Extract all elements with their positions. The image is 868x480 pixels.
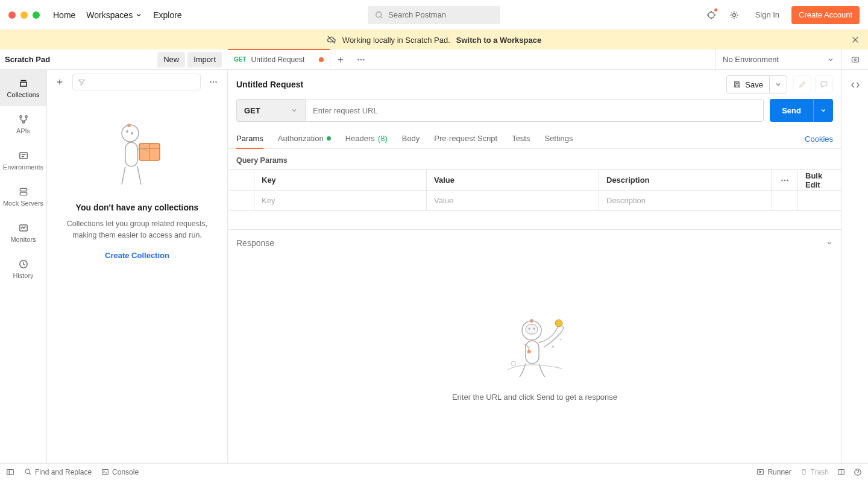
svg-rect-11 (19, 153, 27, 159)
sign-in-button[interactable]: Sign In (748, 6, 787, 24)
top-bar: Home Workspaces Explore Search Postman S… (0, 0, 868, 30)
response-header[interactable]: Response (236, 238, 833, 248)
nav-workspaces[interactable]: Workspaces (86, 10, 142, 20)
rail-monitors[interactable]: Monitors (0, 215, 46, 251)
trash-button[interactable]: Trash (800, 468, 829, 476)
import-button[interactable]: Import (187, 52, 222, 68)
bulk-edit-button[interactable]: Bulk Edit (798, 170, 841, 190)
rail-history[interactable]: History (0, 251, 46, 287)
nav-home[interactable]: Home (53, 10, 75, 20)
create-account-button[interactable]: Create Account (791, 6, 860, 24)
chevron-down-icon (826, 239, 833, 247)
tab-headers-label: Headers (345, 134, 375, 143)
help-button[interactable] (854, 468, 862, 476)
environment-quicklook[interactable] (841, 49, 868, 69)
col-description: Description (599, 170, 772, 190)
chevron-down-icon (827, 56, 834, 63)
create-new-button[interactable] (51, 73, 69, 91)
two-pane-button[interactable] (837, 468, 845, 476)
save-button[interactable]: Save (727, 80, 769, 89)
collections-icon (18, 78, 29, 89)
rail-apis[interactable]: APIs (0, 106, 46, 142)
capture-icon[interactable] (702, 6, 720, 24)
request-tabs: Params Authorization Headers (8) Body Pr… (228, 129, 841, 149)
url-input[interactable] (305, 99, 764, 122)
banner-cta[interactable]: Switch to a Workspace (456, 36, 541, 45)
console-label: Console (112, 468, 139, 476)
maximize-window[interactable] (33, 11, 40, 19)
main-nav: Home Workspaces Explore (53, 10, 182, 20)
tab-prerequest[interactable]: Pre-request Script (434, 129, 497, 149)
search-icon (375, 11, 383, 19)
response-illustration (489, 309, 580, 382)
global-search[interactable]: Search Postman (368, 6, 500, 24)
empty-title: You don't have any collections (76, 203, 199, 212)
secondary-actions (793, 75, 833, 93)
save-icon (733, 80, 741, 89)
console-icon (101, 468, 109, 476)
key-input[interactable]: Key (254, 191, 427, 210)
svg-rect-13 (20, 192, 27, 195)
method-selector[interactable]: GET (236, 99, 305, 122)
toggle-sidebar-button[interactable] (6, 468, 14, 476)
code-icon (851, 80, 860, 90)
svg-point-33 (529, 328, 530, 330)
code-snippet-button[interactable] (846, 76, 864, 94)
filter-input[interactable] (72, 74, 201, 90)
sidebar-options[interactable] (204, 73, 222, 91)
chevron-down-icon (820, 107, 827, 114)
col-options[interactable] (772, 170, 798, 190)
new-button[interactable]: New (157, 52, 185, 68)
tab-settings[interactable]: Settings (544, 129, 573, 149)
console-button[interactable]: Console (101, 468, 139, 476)
tab-authorization[interactable]: Authorization (278, 129, 331, 149)
more-horizontal-icon (209, 77, 218, 87)
minimize-window[interactable] (20, 11, 28, 19)
rail-mock-servers[interactable]: Mock Servers (0, 178, 46, 215)
request-area: Untitled Request Save (228, 70, 841, 463)
rail-environments[interactable]: Environments (0, 142, 46, 178)
save-label: Save (745, 80, 763, 89)
svg-rect-32 (526, 324, 538, 334)
description-input[interactable]: Description (599, 191, 772, 210)
col-value: Value (427, 170, 599, 190)
edit-button[interactable] (793, 75, 811, 93)
runner-button[interactable]: Runner (756, 468, 791, 476)
rail-mock-label: Mock Servers (3, 200, 43, 207)
tab-actions (330, 49, 371, 69)
tab-options-button[interactable] (351, 49, 371, 70)
cookies-link[interactable]: Cookies (805, 130, 833, 148)
collections-empty-state: You don't have any collections Collectio… (47, 94, 227, 463)
tab-body[interactable]: Body (402, 129, 420, 149)
svg-point-39 (552, 346, 554, 348)
banner-close[interactable] (851, 36, 860, 44)
new-tab-button[interactable] (330, 49, 351, 70)
find-replace-button[interactable]: Find and Replace (24, 468, 92, 476)
side-rail: Collections APIs Environments Mock Serve… (0, 70, 47, 463)
create-collection-link[interactable]: Create Collection (105, 251, 169, 260)
close-icon (851, 36, 860, 44)
more-horizontal-icon (780, 175, 790, 185)
nav-explore[interactable]: Explore (153, 10, 181, 20)
svg-rect-25 (736, 85, 739, 87)
monitors-icon (18, 223, 29, 233)
tab-headers[interactable]: Headers (8) (345, 129, 388, 149)
auth-indicator-dot (327, 136, 331, 141)
send-button[interactable]: Send (770, 99, 813, 122)
send-options[interactable] (813, 99, 833, 122)
tab-method-badge: GET (234, 56, 247, 63)
comment-button[interactable] (815, 75, 833, 93)
save-options[interactable] (769, 76, 787, 93)
svg-point-0 (376, 11, 382, 17)
svg-point-7 (854, 58, 856, 60)
tab-tests[interactable]: Tests (512, 129, 530, 149)
settings-icon[interactable] (725, 6, 743, 24)
svg-point-43 (25, 469, 30, 473)
close-window[interactable] (8, 11, 16, 19)
request-name[interactable]: Untitled Request (236, 80, 720, 89)
tab-params[interactable]: Params (236, 129, 263, 149)
rail-collections[interactable]: Collections (0, 70, 46, 106)
request-tab[interactable]: GET Untitled Request (228, 49, 330, 69)
value-input[interactable]: Value (427, 191, 599, 210)
environment-selector[interactable]: No Environment (715, 49, 841, 69)
